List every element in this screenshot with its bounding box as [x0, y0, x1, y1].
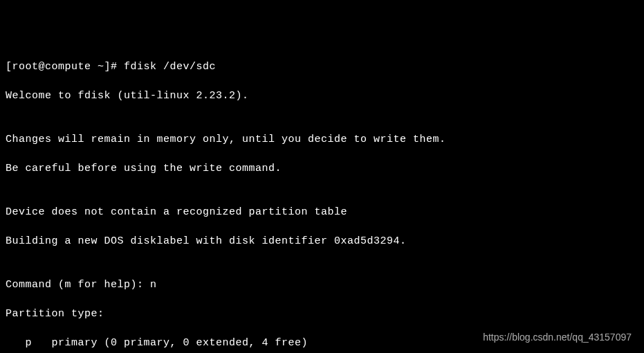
output-warning-careful: Be careful before using the write comman…: [6, 161, 638, 176]
output-building-disklabel: Building a new DOS disklabel with disk i…: [6, 234, 638, 248]
watermark-text: https://blog.csdn.net/qq_43157097: [483, 331, 632, 345]
output-no-partition-table: Device does not contain a recognized par…: [6, 205, 638, 219]
output-warning-memory: Changes will remain in memory only, unti…: [6, 132, 638, 147]
output-welcome: Welcome to fdisk (util-linux 2.23.2).: [6, 89, 638, 103]
prompt-line[interactable]: [root@compute ~]# fdisk /dev/sdc: [6, 60, 638, 74]
command-prompt-n[interactable]: Command (m for help): n: [6, 278, 638, 292]
output-partition-type: Partition type:: [6, 307, 638, 321]
